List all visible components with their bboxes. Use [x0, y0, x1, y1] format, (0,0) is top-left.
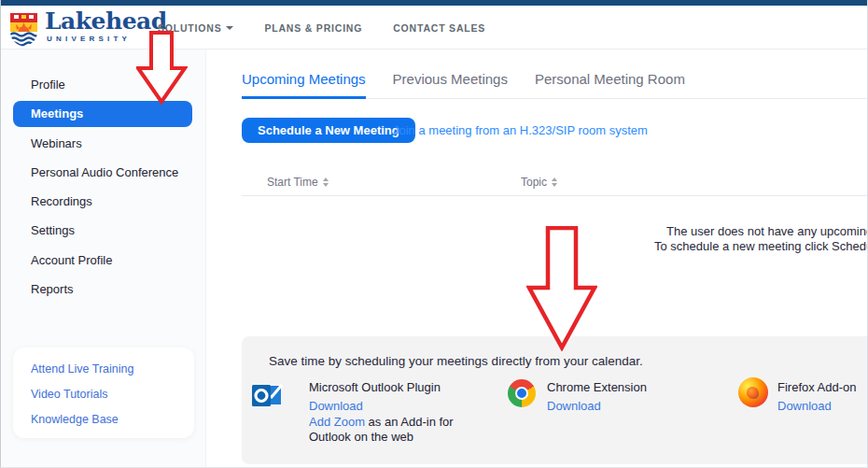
empty-state-line2: To schedule a new meeting click Schedule… — [654, 239, 868, 253]
outlook-plugin-block: Microsoft Outlook Plugin Download — [309, 380, 496, 414]
sidebar-item-recordings[interactable]: Recordings — [1, 187, 205, 216]
link-attend-live-training[interactable]: Attend Live Training — [13, 357, 194, 382]
lakehead-shield-icon — [8, 12, 39, 48]
help-links-card: Attend Live Training Video Tutorials Kno… — [13, 347, 194, 438]
join-h323-sip-link[interactable]: Join a meeting from an H.323/SIP room sy… — [393, 123, 648, 137]
nav-plans-pricing[interactable]: PLANS & PRICING — [264, 22, 362, 34]
firefox-addon-title: Firefox Add-on — [777, 380, 857, 394]
column-topic-label: Topic — [521, 176, 547, 189]
column-start-time[interactable]: Start Time — [267, 176, 329, 189]
sidebar-item-meetings[interactable]: Meetings — [13, 101, 192, 127]
sort-icon[interactable] — [552, 177, 557, 187]
chrome-icon — [508, 379, 536, 407]
sidebar-item-profile[interactable]: Profile — [1, 70, 205, 99]
firefox-addon-block: Firefox Add-on Download — [777, 380, 857, 414]
sidebar-item-personal-audio-conference[interactable]: Personal Audio Conference — [1, 158, 205, 187]
zoom-web-portal: Lakehead UNIVERSITY SOLUTIONS PLANS & PR… — [0, 0, 868, 468]
outlook-plugin-title: Microsoft Outlook Plugin — [309, 380, 496, 394]
chrome-extension-block: Chrome Extension Download — [547, 380, 647, 414]
chrome-extension-title: Chrome Extension — [547, 380, 647, 394]
lakehead-wordmark: Lakehead UNIVERSITY — [45, 9, 167, 43]
sidebar-item-webinars[interactable]: Webinars — [1, 129, 205, 158]
column-start-time-label: Start Time — [267, 176, 318, 189]
top-nav: SOLUTIONS PLANS & PRICING CONTACT SALES — [158, 6, 485, 50]
nav-solutions[interactable]: SOLUTIONS — [158, 22, 233, 34]
schedule-new-meeting-button[interactable]: Schedule a New Meeting — [242, 118, 415, 143]
sidebar-item-reports[interactable]: Reports — [1, 275, 205, 304]
lakehead-logo[interactable]: Lakehead UNIVERSITY — [8, 9, 167, 48]
chrome-download-link[interactable]: Download — [547, 399, 601, 413]
link-video-tutorials[interactable]: Video Tutorials — [13, 382, 194, 407]
tab-previous-meetings[interactable]: Previous Meetings — [393, 66, 508, 99]
tab-upcoming-meetings[interactable]: Upcoming Meetings — [242, 66, 366, 99]
calendar-panel-heading: Save time by scheduling your meetings di… — [269, 354, 643, 368]
sort-icon[interactable] — [323, 177, 329, 187]
site-header: Lakehead UNIVERSITY SOLUTIONS PLANS & PR… — [1, 6, 868, 50]
meetings-tabbar: Upcoming Meetings Previous Meetings Pers… — [242, 66, 868, 99]
brand-subname: UNIVERSITY — [47, 35, 167, 43]
firefox-download-link[interactable]: Download — [777, 399, 832, 413]
nav-solutions-label: SOLUTIONS — [158, 22, 221, 34]
outlook-icon — [251, 379, 283, 415]
table-header-divider — [242, 195, 868, 196]
link-knowledge-base[interactable]: Knowledge Base — [13, 407, 194, 433]
brand-name: Lakehead — [45, 9, 167, 34]
outlook-addin-note: Add Zoom as an Add-in for Outlook on the… — [309, 415, 486, 445]
outlook-download-link[interactable]: Download — [309, 399, 363, 413]
chevron-down-icon — [226, 26, 233, 30]
add-zoom-link[interactable]: Add Zoom — [309, 415, 365, 429]
tab-personal-meeting-room[interactable]: Personal Meeting Room — [535, 66, 685, 99]
empty-state-line1: The user does not have any upcoming meet… — [666, 224, 868, 238]
red-arrow-annotation-calendar — [526, 226, 597, 351]
firefox-icon — [738, 377, 768, 407]
calendar-plugins-panel: Save time by scheduling your meetings di… — [242, 336, 868, 464]
sidebar-item-account-profile[interactable]: Account Profile — [1, 246, 205, 275]
nav-contact-sales[interactable]: CONTACT SALES — [393, 22, 485, 34]
sidebar-item-settings[interactable]: Settings — [1, 216, 205, 245]
column-topic[interactable]: Topic — [521, 176, 557, 189]
meetings-table-header: Start Time Topic — [242, 176, 868, 196]
sidebar-menu: Profile Meetings Webinars Personal Audio… — [1, 50, 205, 304]
